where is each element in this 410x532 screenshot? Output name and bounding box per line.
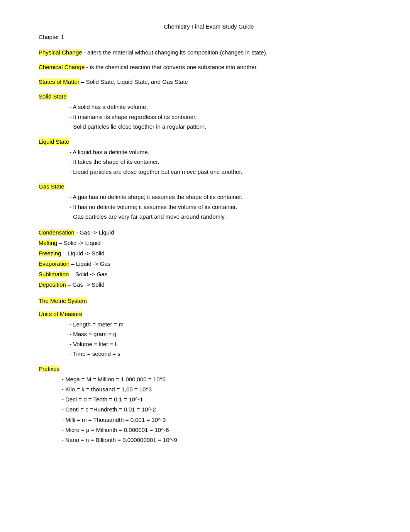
units-of-measure-section: Units of Measure - Length = meter = m - …	[39, 309, 379, 359]
sublimation-term: Sublimation	[39, 271, 69, 277]
prefix-bullet-1: - Mega = M = Million = 1,000,000 = 10^6	[62, 374, 379, 384]
transition-freezing: Freezing – Liquid -> Solid	[39, 248, 379, 258]
gas-state-bullets: - A gas has no definite shape; it assume…	[69, 192, 379, 222]
metric-system-section: The Metric System	[39, 297, 379, 304]
transition-deposition: Deposition – Gas -> Solid	[39, 279, 379, 290]
physical-change-definition: - alters the material without changing i…	[82, 49, 268, 56]
prefix-bullet-4: - Centi = c =Hundreth = 0.01 = 10^-2	[62, 405, 379, 415]
sublimation-definition: – Solid -> Gas	[69, 271, 107, 277]
states-of-matter-term: States of Matter	[39, 78, 80, 85]
transition-evaporation: Evaporation – Liquid -> Gas	[39, 258, 379, 269]
prefix-bullet-7: - Nano = n = Billionth = 0.000000001 = 1…	[62, 435, 379, 445]
chapter-heading: Chapter 1	[39, 34, 379, 40]
solid-state-term: Solid State	[39, 93, 67, 100]
transition-sublimation: Sublimation – Solid -> Gas	[39, 269, 379, 279]
evaporation-definition: – Liquid -> Gas	[69, 260, 110, 267]
chemical-change-section: Chemical Change - is the chemical reacti…	[39, 63, 379, 72]
prefix-bullet-2: - Kilo = k = thousand = 1,00 = 10^3	[62, 384, 379, 394]
solid-state-section: Solid State - A solid has a definite vol…	[39, 92, 379, 132]
liquid-state-term: Liquid State	[39, 138, 69, 145]
solid-bullet-3: - Solid particles lie close together in …	[69, 122, 379, 132]
liquid-bullet-2: - It takes the shape of its container.	[69, 157, 379, 167]
metric-system-term: The Metric System	[39, 297, 87, 304]
prefixes-section: Prefixes - Mega = M = Million = 1,000,00…	[39, 364, 379, 445]
chemical-change-definition: - is the chemical reaction that converts…	[85, 64, 256, 70]
transition-melting: Melting – Solid -> Liquid	[39, 238, 379, 248]
unit-bullet-3: - Volume = liter = L	[69, 339, 379, 349]
units-bullets: - Length = meter = m - Mass = gram = g -…	[69, 320, 379, 359]
states-of-matter-definition: – Solid State, Liquid State, and Gas Sta…	[80, 78, 188, 85]
solid-bullet-1: - A solid has a definite volume.	[69, 102, 379, 112]
units-of-measure-term: Units of Measure	[39, 311, 82, 317]
deposition-term: Deposition	[39, 281, 66, 288]
gas-bullet-1: - A gas has no definite shape; it assume…	[69, 192, 379, 202]
gas-bullet-3: - Gas particles are very far apart and m…	[69, 212, 379, 222]
liquid-state-bullets: - A liquid has a definite volume. - It t…	[69, 147, 379, 177]
liquid-bullet-3: - Liquid particles are close together bu…	[69, 167, 379, 177]
gas-state-term: Gas State	[39, 183, 64, 190]
prefix-bullet-5: - Milli = m = Thousandth = 0.001 = 10^-3	[62, 415, 379, 425]
evaporation-term: Evaporation	[39, 260, 69, 267]
prefix-bullet-3: - Deci = d = Tenth = 0.1 = 10^-1	[62, 394, 379, 405]
melting-term: Melting	[39, 240, 57, 246]
gas-bullet-2: - It has no definite volume; it assumes …	[69, 202, 379, 212]
states-of-matter-section: States of Matter – Solid State, Liquid S…	[39, 77, 379, 87]
chemical-change-term: Chemical Change	[39, 64, 85, 70]
unit-bullet-4: - Time = second = s	[69, 349, 379, 359]
page-title: Chemistry Final Exam Study Guide	[39, 23, 379, 30]
melting-definition: – Solid -> Liquid	[57, 240, 100, 246]
prefixes-bullets: - Mega = M = Million = 1,000,000 = 10^6 …	[62, 374, 379, 445]
liquid-state-section: Liquid State - A liquid has a definite v…	[39, 137, 379, 177]
physical-change-term: Physical Change	[39, 49, 82, 56]
deposition-definition: – Gas -> Solid	[66, 281, 105, 288]
unit-bullet-1: - Length = meter = m	[69, 320, 379, 330]
solid-bullet-2: - It maintains its shape regardless of i…	[69, 112, 379, 122]
solid-state-bullets: - A solid has a definite volume. - It ma…	[69, 102, 379, 132]
prefixes-term: Prefixes	[39, 365, 59, 372]
liquid-bullet-1: - A liquid has a definite volume.	[69, 147, 379, 157]
transition-condensation: Condensation - Gas -> Liquid	[39, 227, 379, 238]
gas-state-section: Gas State - A gas has no definite shape;…	[39, 182, 379, 222]
transitions-section: Condensation - Gas -> Liquid Melting – S…	[39, 227, 379, 290]
prefix-bullet-6: - Micro = μ = Millionth = 0.000001 = 10^…	[62, 425, 379, 435]
condensation-definition: - Gas -> Liquid	[75, 229, 114, 236]
condensation-term: Condensation	[39, 229, 75, 236]
unit-bullet-2: - Mass = gram = g	[69, 329, 379, 339]
physical-change-section: Physical Change - alters the material wi…	[39, 48, 379, 57]
freezing-term: Freezing	[39, 250, 61, 257]
freezing-definition: – Liquid -> Solid	[61, 250, 104, 257]
